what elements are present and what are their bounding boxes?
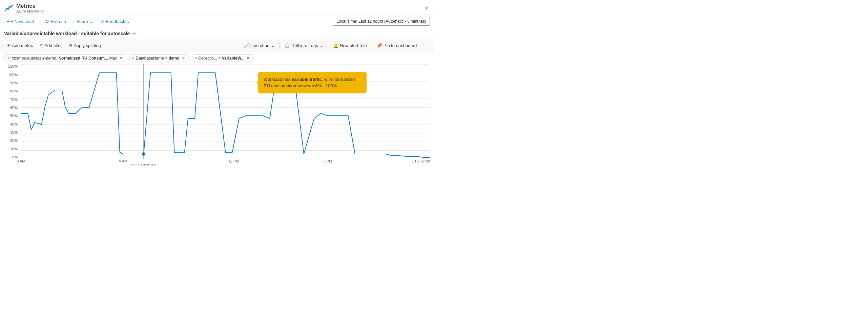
more-icon: ···: [423, 43, 427, 48]
y-label-80: 80%: [10, 89, 18, 93]
main-toolbar: + + New chart ↻ Refresh ↑ Share ⌄ ☺ Feed…: [0, 15, 434, 28]
filter-tag-coll-icon: ≡: [195, 56, 197, 60]
share-button[interactable]: ↑ Share ⌄: [70, 17, 96, 26]
metrics-toolbar-right: 📈 Line chart ⌄ 📋 Drill into Logs ⌄ 🔔 New…: [241, 41, 430, 50]
y-label-70: 70%: [10, 97, 18, 102]
header-left: Metrics Azure Monitoring: [4, 3, 44, 13]
y-axis: 110% 100% 90% 80% 70% 60% 50% 40% 30% 20…: [4, 64, 19, 159]
share-icon: ↑: [73, 19, 75, 24]
filter-tag-database: ≡ DatabaseName = demo ✕: [129, 54, 189, 62]
pin-dashboard-label: Pin to dashboard: [384, 43, 417, 48]
line-chart-label: Line chart: [250, 43, 270, 48]
filter-tag-db-icon: ≡: [132, 56, 134, 60]
chart-line: [21, 73, 430, 157]
feedback-button[interactable]: ☺ Feedback ⌄: [97, 17, 133, 26]
add-filter-button[interactable]: ▽ Add filter: [37, 41, 64, 50]
y-label-40: 40%: [10, 122, 18, 126]
add-filter-icon: ▽: [40, 43, 43, 48]
chart-container: 110% 100% 90% 80% 70% 60% 50% 40% 30% 20…: [4, 64, 430, 166]
remove-coll-tag-button[interactable]: ✕: [246, 56, 251, 61]
x-label-9am: 9 AM: [119, 159, 127, 163]
new-chart-icon: +: [7, 19, 9, 24]
apply-splitting-button[interactable]: ⊞ Apply splitting: [66, 41, 103, 50]
svg-point-1: [5, 10, 6, 12]
add-metric-button[interactable]: ✦ Add metric: [4, 41, 36, 50]
filter-area: ↻ cosmos-autoscale-demo, Normalized RU C…: [0, 52, 434, 64]
feedback-icon: ☺: [100, 19, 104, 24]
drill-logs-button[interactable]: 📋 Drill into Logs ⌄: [282, 41, 326, 50]
metric-tag-text: cosmos-autoscale-demo, Normalized RU Con…: [12, 56, 117, 61]
close-button[interactable]: ✕: [423, 4, 430, 12]
time-range-button[interactable]: Local Time: Last 12 hours (Automatic - 5…: [333, 17, 430, 26]
new-alert-icon: 🔔: [333, 43, 338, 48]
metrics-toolbar: ✦ Add metric ▽ Add filter ⊞ Apply splitt…: [0, 39, 434, 52]
toolbar-separator-1: [40, 18, 40, 25]
remove-db-tag-button[interactable]: ✕: [181, 56, 186, 61]
pin-dashboard-button[interactable]: 📌 Pin to dashboard: [374, 41, 419, 50]
filter-tag-metric: ↻ cosmos-autoscale-demo, Normalized RU C…: [4, 54, 126, 62]
app-title-group: Metrics Azure Monitoring: [16, 3, 44, 13]
refresh-button[interactable]: ↻ Refresh: [43, 17, 69, 26]
x-label-12pm: 12 PM: [228, 159, 239, 163]
feedback-chevron-icon: ⌄: [126, 19, 130, 24]
app-header: Metrics Azure Monitoring ✕: [0, 0, 434, 15]
edit-title-icon[interactable]: ✏: [132, 31, 136, 36]
line-chart-button[interactable]: 📈 Line chart ⌄: [241, 41, 277, 50]
right-separator-1: [280, 43, 280, 49]
toolbar-left: + + New chart ↻ Refresh ↑ Share ⌄ ☺ Feed…: [4, 17, 133, 26]
y-label-50: 50%: [10, 114, 18, 118]
apply-splitting-icon: ⊞: [68, 43, 72, 48]
right-separator-3: [372, 43, 372, 49]
more-options-button[interactable]: ···: [421, 41, 430, 50]
y-label-100: 100%: [8, 73, 18, 77]
chart-title: Variable/unpredictable workload - suitab…: [4, 31, 130, 36]
feedback-label: Feedback: [106, 19, 125, 24]
y-label-0: 0%: [12, 155, 18, 159]
x-label-6am: 6 AM: [17, 159, 25, 163]
filter-tag-db-text: DatabaseName = demo: [136, 56, 180, 61]
app-title: Metrics: [16, 3, 44, 9]
line-chart-icon: 📈: [244, 43, 249, 48]
line-chart-chevron: ⌄: [271, 43, 275, 48]
time-range-label: Local Time: Last 12 hours (Automatic - 5…: [336, 19, 426, 24]
y-label-60: 60%: [10, 106, 18, 110]
new-alert-button[interactable]: 🔔 New alert rule: [330, 41, 370, 50]
y-label-30: 30%: [10, 130, 18, 134]
filter-tag-collection: ≡ Collectio... = VariableW... ✕: [192, 54, 254, 62]
y-label-10: 10%: [10, 147, 18, 151]
drill-logs-chevron: ⌄: [319, 43, 323, 48]
new-alert-label: New alert rule: [340, 43, 367, 48]
tooltip-bubble: Workload has variable traffic, with norm…: [258, 72, 367, 93]
metric-tag-icon: ↻: [7, 56, 11, 61]
chart-svg-container: Workload has variable traffic, with norm…: [21, 64, 430, 159]
new-chart-label: + New chart: [11, 19, 35, 24]
add-filter-label: Add filter: [44, 43, 62, 48]
svg-point-2: [12, 5, 13, 6]
add-metric-icon: ✦: [7, 43, 11, 48]
add-metric-label: Add metric: [12, 43, 33, 48]
app-subtitle: Azure Monitoring: [16, 9, 44, 13]
x-label-3pm: 3 PM: [323, 159, 332, 163]
tooltip-bold-text: variable traffic: [292, 77, 322, 82]
app-icon: [4, 3, 14, 13]
filter-tag-coll-text: Collectio... = VariableW...: [198, 56, 244, 61]
share-label: Share: [76, 19, 88, 24]
y-label-110: 110%: [8, 64, 18, 68]
y-label-90: 90%: [10, 81, 18, 85]
new-chart-button[interactable]: + + New chart: [4, 17, 37, 26]
drill-logs-label: Drill into Logs: [291, 43, 318, 48]
data-point: [142, 152, 145, 156]
chart-title-area: Variable/unpredictable workload - suitab…: [0, 28, 434, 39]
y-label-20: 20%: [10, 138, 18, 142]
drill-logs-icon: 📋: [285, 43, 290, 48]
refresh-icon: ↻: [45, 19, 49, 24]
pin-icon: 📌: [377, 43, 382, 48]
tooltip-text-before: Workload has: [264, 77, 292, 82]
remove-metric-tag-button[interactable]: ✕: [118, 56, 123, 61]
refresh-label: Refresh: [50, 19, 66, 24]
metrics-toolbar-left: ✦ Add metric ▽ Add filter ⊞ Apply splitt…: [4, 41, 104, 50]
chart-area: 110% 100% 90% 80% 70% 60% 50% 40% 30% 20…: [0, 64, 434, 166]
apply-splitting-label: Apply splitting: [74, 43, 101, 48]
x-axis: 6 AM 9 AM Oct 13 9:32 AM 12 PM 3 PM UTC-…: [21, 159, 430, 166]
x-label-utc: UTC-07:00: [412, 159, 430, 163]
